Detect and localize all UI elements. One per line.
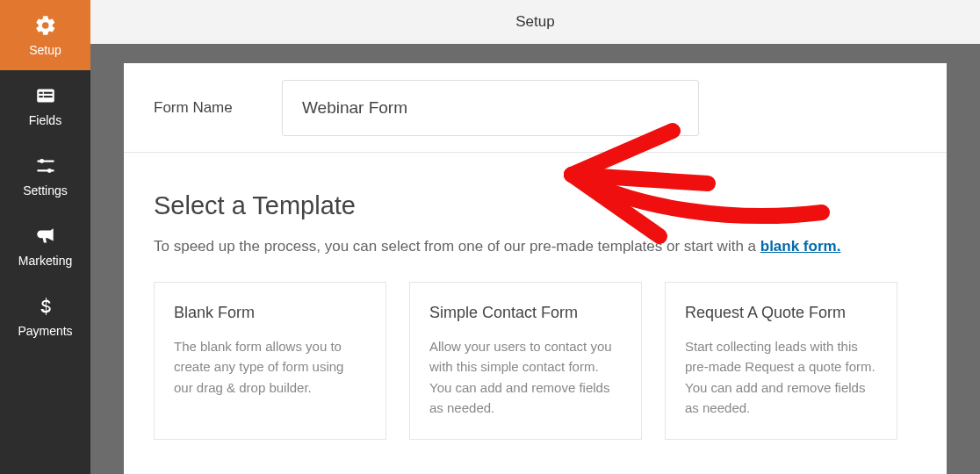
sidebar-item-label: Payments [18,324,72,338]
blank-form-link[interactable]: blank form. [760,238,841,255]
template-description: To speed up the process, you can select … [154,238,917,255]
template-card-title: Simple Contact Form [429,304,622,322]
sidebar-item-payments[interactable]: Payments [0,281,90,351]
setup-panel: Form Name Select a Template To speed up … [124,63,947,474]
sidebar-item-label: Settings [23,183,68,198]
form-name-label: Form Name [154,99,282,117]
svg-rect-2 [43,92,52,94]
sidebar-item-label: Marketing [18,254,72,268]
dollar-icon [33,294,58,319]
sidebar-item-setup[interactable]: Setup [0,0,90,70]
page-title: Setup [90,0,980,44]
svg-rect-5 [37,161,54,162]
sidebar-item-label: Fields [29,113,61,127]
svg-point-6 [40,159,44,163]
svg-rect-3 [39,96,42,97]
list-icon [33,83,58,108]
svg-rect-7 [37,169,54,171]
svg-point-8 [47,169,51,173]
template-card-title: Request A Quote Form [685,304,877,322]
template-card-desc: The blank form allows you to create any … [174,336,366,398]
template-card-desc: Allow your users to contact you with thi… [429,336,622,418]
bullhorn-icon [33,224,58,248]
template-card-simple-contact[interactable]: Simple Contact Form Allow your users to … [409,282,642,440]
sidebar: Setup Fields Settings Marketing Payments [0,0,90,474]
svg-rect-4 [43,96,52,97]
svg-rect-1 [39,92,42,94]
template-card-blank[interactable]: Blank Form The blank form allows you to … [154,282,386,440]
sidebar-item-settings[interactable]: Settings [0,140,90,211]
template-card-title: Blank Form [174,304,366,322]
gear-icon [33,13,58,38]
template-card-request-quote[interactable]: Request A Quote Form Start collecting le… [665,282,897,440]
form-name-input[interactable] [282,80,699,136]
sliders-icon [33,154,58,178]
sidebar-item-marketing[interactable]: Marketing [0,211,90,281]
sidebar-item-label: Setup [29,43,61,57]
sidebar-item-fields[interactable]: Fields [0,70,90,140]
template-card-desc: Start collecting leads with this pre-mad… [685,336,877,418]
template-heading: Select a Template [154,191,917,220]
